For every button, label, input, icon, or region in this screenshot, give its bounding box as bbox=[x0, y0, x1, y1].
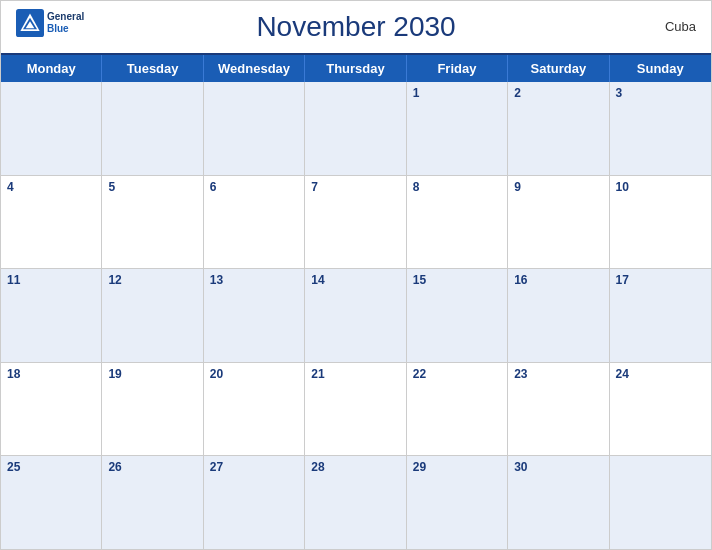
weeks-container: 1234567891011121314151617181920212223242… bbox=[1, 82, 711, 549]
day-cell-9: 9 bbox=[508, 176, 609, 269]
day-cell-13: 13 bbox=[204, 269, 305, 362]
week-row-1: 123 bbox=[1, 82, 711, 176]
day-cell-3: 3 bbox=[610, 82, 711, 175]
day-cell-17: 17 bbox=[610, 269, 711, 362]
day-cell-15: 15 bbox=[407, 269, 508, 362]
day-cell-5: 5 bbox=[102, 176, 203, 269]
day-cell-8: 8 bbox=[407, 176, 508, 269]
day-number: 29 bbox=[413, 460, 501, 474]
week-row-2: 45678910 bbox=[1, 176, 711, 270]
week-row-4: 18192021222324 bbox=[1, 363, 711, 457]
day-cell-29: 29 bbox=[407, 456, 508, 549]
day-number: 25 bbox=[7, 460, 95, 474]
generalblue-logo-icon bbox=[16, 9, 44, 37]
weekday-tuesday: Tuesday bbox=[102, 55, 203, 82]
day-number: 17 bbox=[616, 273, 705, 287]
day-number: 5 bbox=[108, 180, 196, 194]
day-cell-30: 30 bbox=[508, 456, 609, 549]
calendar-title: November 2030 bbox=[256, 11, 455, 43]
day-cell-empty-4-6 bbox=[610, 456, 711, 549]
day-cell-6: 6 bbox=[204, 176, 305, 269]
day-number: 7 bbox=[311, 180, 399, 194]
country-label: Cuba bbox=[665, 19, 696, 34]
day-cell-24: 24 bbox=[610, 363, 711, 456]
day-cell-18: 18 bbox=[1, 363, 102, 456]
day-cell-1: 1 bbox=[407, 82, 508, 175]
week-row-3: 11121314151617 bbox=[1, 269, 711, 363]
weekday-monday: Monday bbox=[1, 55, 102, 82]
day-number: 6 bbox=[210, 180, 298, 194]
day-number: 19 bbox=[108, 367, 196, 381]
day-cell-16: 16 bbox=[508, 269, 609, 362]
day-cell-20: 20 bbox=[204, 363, 305, 456]
day-number: 12 bbox=[108, 273, 196, 287]
weekday-thursday: Thursday bbox=[305, 55, 406, 82]
day-cell-23: 23 bbox=[508, 363, 609, 456]
day-number: 2 bbox=[514, 86, 602, 100]
day-number: 3 bbox=[616, 86, 705, 100]
day-cell-4: 4 bbox=[1, 176, 102, 269]
day-cell-14: 14 bbox=[305, 269, 406, 362]
day-number: 22 bbox=[413, 367, 501, 381]
week-row-5: 252627282930 bbox=[1, 456, 711, 549]
day-number: 15 bbox=[413, 273, 501, 287]
day-cell-19: 19 bbox=[102, 363, 203, 456]
day-number: 26 bbox=[108, 460, 196, 474]
day-cell-11: 11 bbox=[1, 269, 102, 362]
day-number: 8 bbox=[413, 180, 501, 194]
day-cell-12: 12 bbox=[102, 269, 203, 362]
day-number: 27 bbox=[210, 460, 298, 474]
logo-area: General Blue bbox=[16, 9, 84, 37]
day-cell-10: 10 bbox=[610, 176, 711, 269]
day-number: 20 bbox=[210, 367, 298, 381]
day-cell-empty-0-1 bbox=[102, 82, 203, 175]
day-cell-22: 22 bbox=[407, 363, 508, 456]
day-number: 14 bbox=[311, 273, 399, 287]
day-number: 21 bbox=[311, 367, 399, 381]
day-number: 11 bbox=[7, 273, 95, 287]
logo-general: General bbox=[47, 11, 84, 23]
day-cell-26: 26 bbox=[102, 456, 203, 549]
logo-blue: Blue bbox=[47, 23, 84, 35]
day-cell-empty-0-0 bbox=[1, 82, 102, 175]
day-number: 13 bbox=[210, 273, 298, 287]
weekday-friday: Friday bbox=[407, 55, 508, 82]
day-cell-empty-0-2 bbox=[204, 82, 305, 175]
weekday-sunday: Sunday bbox=[610, 55, 711, 82]
day-cell-27: 27 bbox=[204, 456, 305, 549]
logo-text: General Blue bbox=[47, 11, 84, 35]
day-number: 1 bbox=[413, 86, 501, 100]
day-number: 30 bbox=[514, 460, 602, 474]
calendar-header: General Blue November 2030 Cuba bbox=[1, 1, 711, 53]
days-header: Monday Tuesday Wednesday Thursday Friday… bbox=[1, 55, 711, 82]
day-cell-empty-0-3 bbox=[305, 82, 406, 175]
day-number: 9 bbox=[514, 180, 602, 194]
day-number: 24 bbox=[616, 367, 705, 381]
day-number: 10 bbox=[616, 180, 705, 194]
day-cell-28: 28 bbox=[305, 456, 406, 549]
day-cell-2: 2 bbox=[508, 82, 609, 175]
day-number: 23 bbox=[514, 367, 602, 381]
day-number: 4 bbox=[7, 180, 95, 194]
day-cell-7: 7 bbox=[305, 176, 406, 269]
day-number: 18 bbox=[7, 367, 95, 381]
day-number: 28 bbox=[311, 460, 399, 474]
weekday-wednesday: Wednesday bbox=[204, 55, 305, 82]
weekday-saturday: Saturday bbox=[508, 55, 609, 82]
calendar-container: General Blue November 2030 Cuba Monday T… bbox=[0, 0, 712, 550]
day-number: 16 bbox=[514, 273, 602, 287]
day-cell-21: 21 bbox=[305, 363, 406, 456]
calendar-grid: Monday Tuesday Wednesday Thursday Friday… bbox=[1, 53, 711, 549]
day-cell-25: 25 bbox=[1, 456, 102, 549]
